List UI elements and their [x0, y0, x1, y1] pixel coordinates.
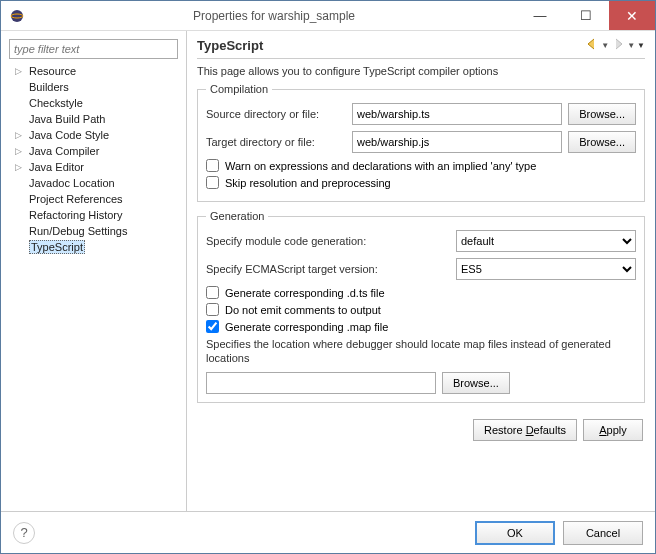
- ecma-select[interactable]: ES5: [456, 258, 636, 280]
- tree-item[interactable]: Resource: [13, 63, 178, 79]
- tree-item[interactable]: Refactoring History: [13, 207, 178, 223]
- warn-any-checkbox[interactable]: [206, 159, 219, 172]
- ecma-label: Specify ECMAScript target version:: [206, 263, 378, 275]
- compilation-group: Compilation Source directory or file: Br…: [197, 83, 645, 202]
- eclipse-icon: [9, 8, 25, 24]
- page-description: This page allows you to configure TypeSc…: [197, 59, 645, 83]
- module-select[interactable]: default: [456, 230, 636, 252]
- nav-toolbar: ▼ ▼ ▼: [585, 37, 645, 53]
- sidebar: ResourceBuildersCheckstyleJava Build Pat…: [1, 31, 187, 511]
- skip-resolution-checkbox[interactable]: [206, 176, 219, 189]
- gen-dts-checkbox[interactable]: [206, 286, 219, 299]
- close-button[interactable]: ✕: [609, 1, 655, 30]
- tree-item-label: Java Editor: [29, 161, 84, 173]
- tree-item-label: Checkstyle: [29, 97, 83, 109]
- target-browse-button[interactable]: Browse...: [568, 131, 636, 153]
- tree-item-label: Java Compiler: [29, 145, 99, 157]
- tree-item-label: Project References: [29, 193, 123, 205]
- tree-item[interactable]: Java Editor: [13, 159, 178, 175]
- tree-item[interactable]: Java Build Path: [13, 111, 178, 127]
- module-label: Specify module code generation:: [206, 235, 366, 247]
- map-description: Specifies the location where debugger sh…: [206, 337, 636, 366]
- source-input[interactable]: [352, 103, 562, 125]
- forward-icon[interactable]: [611, 37, 625, 53]
- back-dropdown-icon[interactable]: ▼: [601, 41, 609, 50]
- titlebar: Properties for warship_sample — ☐ ✕: [1, 1, 655, 31]
- forward-dropdown-icon[interactable]: ▼: [627, 41, 635, 50]
- tree-item[interactable]: Javadoc Location: [13, 175, 178, 191]
- generation-group: Generation Specify module code generatio…: [197, 210, 645, 403]
- tree-item[interactable]: Builders: [13, 79, 178, 95]
- minimize-button[interactable]: —: [517, 1, 563, 30]
- tree-item[interactable]: Checkstyle: [13, 95, 178, 111]
- tree-item-label: Java Code Style: [29, 129, 109, 141]
- ok-button[interactable]: OK: [475, 521, 555, 545]
- tree-item-label: Javadoc Location: [29, 177, 115, 189]
- gen-map-label: Generate corresponding .map file: [225, 321, 388, 333]
- menu-dropdown-icon[interactable]: ▼: [637, 41, 645, 50]
- category-tree: ResourceBuildersCheckstyleJava Build Pat…: [9, 63, 178, 255]
- no-comments-checkbox[interactable]: [206, 303, 219, 316]
- tree-item[interactable]: Java Compiler: [13, 143, 178, 159]
- tree-item-label: Run/Debug Settings: [29, 225, 127, 237]
- source-browse-button[interactable]: Browse...: [568, 103, 636, 125]
- tree-item[interactable]: Run/Debug Settings: [13, 223, 178, 239]
- dialog-footer: ? OK Cancel: [1, 511, 655, 553]
- source-label: Source directory or file:: [206, 108, 346, 120]
- back-icon[interactable]: [585, 37, 599, 53]
- tree-item[interactable]: Project References: [13, 191, 178, 207]
- compilation-legend: Compilation: [206, 83, 272, 95]
- generation-legend: Generation: [206, 210, 268, 222]
- tree-item-label: Java Build Path: [29, 113, 105, 125]
- tree-item[interactable]: TypeScript: [13, 239, 178, 255]
- apply-button[interactable]: Apply: [583, 419, 643, 441]
- restore-defaults-button[interactable]: Restore Defaults: [473, 419, 577, 441]
- cancel-button[interactable]: Cancel: [563, 521, 643, 545]
- page-title: TypeScript: [197, 38, 585, 53]
- gen-dts-label: Generate corresponding .d.ts file: [225, 287, 385, 299]
- target-input[interactable]: [352, 131, 562, 153]
- tree-item-label: Builders: [29, 81, 69, 93]
- window-title: Properties for warship_sample: [31, 9, 517, 23]
- gen-map-checkbox[interactable]: [206, 320, 219, 333]
- help-icon[interactable]: ?: [13, 522, 35, 544]
- main-panel: TypeScript ▼ ▼ ▼ This page allows you to…: [187, 31, 655, 511]
- maximize-button[interactable]: ☐: [563, 1, 609, 30]
- map-browse-button[interactable]: Browse...: [442, 372, 510, 394]
- map-location-input[interactable]: [206, 372, 436, 394]
- filter-input[interactable]: [9, 39, 178, 59]
- skip-resolution-label: Skip resolution and preprocessing: [225, 177, 391, 189]
- tree-item-label: Resource: [29, 65, 76, 77]
- tree-item-label: TypeScript: [29, 240, 85, 254]
- warn-any-label: Warn on expressions and declarations wit…: [225, 160, 536, 172]
- tree-item-label: Refactoring History: [29, 209, 123, 221]
- tree-item[interactable]: Java Code Style: [13, 127, 178, 143]
- no-comments-label: Do not emit comments to output: [225, 304, 381, 316]
- target-label: Target directory or file:: [206, 136, 346, 148]
- svg-point-0: [11, 10, 23, 22]
